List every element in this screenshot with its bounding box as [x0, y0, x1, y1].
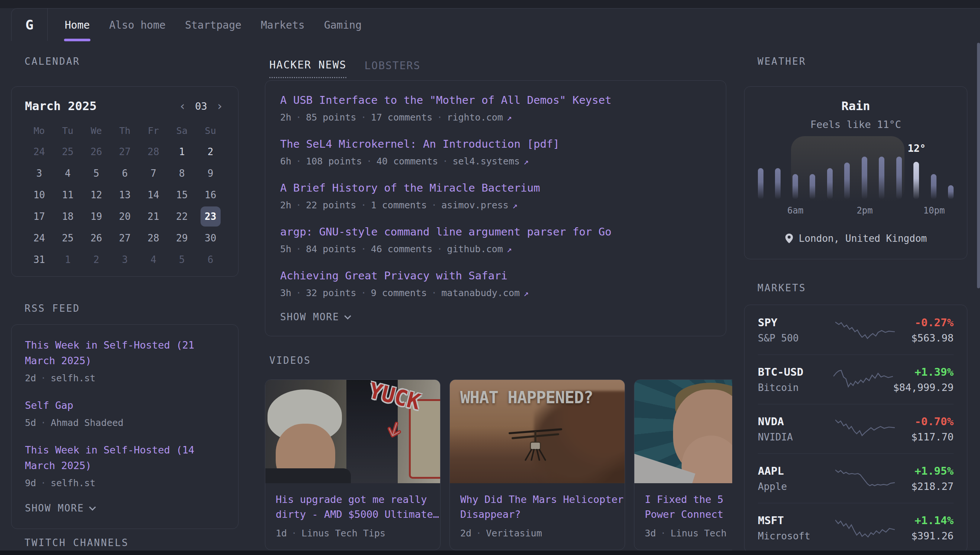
calendar-day[interactable]: 1 — [58, 250, 78, 270]
calendar-day[interactable]: 20 — [115, 207, 135, 226]
calendar-day[interactable]: 6 — [200, 250, 221, 270]
news-tab[interactable]: LOBSTERS — [364, 59, 420, 78]
calendar-prev-icon[interactable]: ‹ — [178, 100, 188, 112]
hand-graphic — [676, 430, 732, 483]
logo[interactable]: G — [11, 8, 48, 41]
calendar-day[interactable]: 2 — [200, 142, 221, 162]
weather-bar — [913, 162, 919, 199]
rss-show-more-button[interactable]: SHOW MORE — [25, 502, 95, 514]
calendar-day[interactable]: 26 — [86, 142, 106, 162]
nav-item[interactable]: Startpage — [185, 8, 241, 41]
calendar-day[interactable]: 13 — [115, 185, 135, 205]
video-title[interactable]: dirty - AMD $5000 Ultimate… — [276, 507, 430, 522]
window-top-edge — [0, 0, 980, 8]
calendar-day[interactable]: 26 — [86, 228, 106, 248]
calendar-day[interactable]: 28 — [143, 142, 163, 162]
news-item-link[interactable]: The SeL4 Microkernel: An Introduction [p… — [280, 136, 711, 152]
calendar-day[interactable]: 21 — [143, 207, 163, 226]
news-item-source-link[interactable]: asimov.press↗ — [441, 200, 517, 210]
market-row[interactable]: SPY S&P 500 -0.27% $563.98 — [758, 305, 954, 354]
news-item-source: matanabudy.com — [441, 287, 520, 298]
news-show-more-button[interactable]: SHOW MORE — [280, 311, 350, 322]
rss-item-link[interactable]: This Week in Self-Hosted (21 March 2025) — [25, 337, 225, 369]
hair-graphic — [675, 383, 732, 416]
video-title[interactable]: Power Connect — [645, 507, 732, 522]
news-item-link[interactable]: A Brief History of the Miracle Bacterium — [280, 180, 711, 196]
calendar-day[interactable]: 4 — [58, 163, 78, 183]
calendar-day[interactable]: 11 — [58, 185, 78, 205]
calendar-grid: 24 25 26 27 28 1 2 — [25, 141, 225, 270]
calendar-day[interactable]: 29 — [172, 228, 192, 248]
calendar-day[interactable]: 14 — [143, 185, 163, 205]
dot-separator: · — [431, 287, 437, 298]
calendar-day[interactable]: 23 — [200, 207, 221, 226]
rss-item-link[interactable]: This Week in Self-Hosted (14 March 2025) — [25, 442, 225, 473]
video-thumbnail[interactable]: WHAT HAPPENED? — [450, 380, 625, 483]
nav-item[interactable]: Also home — [109, 8, 165, 41]
nav-item[interactable]: Gaming — [324, 8, 362, 41]
calendar-day[interactable]: 3 — [115, 250, 135, 270]
scrollbar[interactable] — [977, 43, 980, 288]
calendar-day[interactable]: 25 — [58, 142, 78, 162]
calendar-day[interactable]: 16 — [200, 185, 221, 205]
calendar-day[interactable]: 27 — [115, 142, 135, 162]
video-thumbnail[interactable]: YUCK — [265, 380, 440, 483]
calendar-day[interactable]: 19 — [86, 207, 106, 226]
calendar-day[interactable]: 7 — [143, 163, 163, 183]
calendar-day[interactable]: 17 — [29, 207, 49, 226]
market-change: +1.95% — [895, 464, 954, 478]
news-item-source-link[interactable]: righto.com↗ — [447, 112, 512, 123]
news-item-link[interactable]: A USB Interface to the "Mother of All De… — [280, 92, 711, 108]
news-item-link[interactable]: argp: GNU-style command line argument pa… — [280, 223, 711, 240]
news-item-source-link[interactable]: github.com↗ — [447, 244, 512, 254]
market-row[interactable]: AAPL Apple +1.95% $218.27 — [758, 454, 954, 503]
calendar-day[interactable]: 2 — [86, 250, 106, 270]
market-row[interactable]: BTC-USD Bitcoin +1.39% $84,999.29 — [758, 354, 954, 404]
calendar-day[interactable]: 1 — [172, 142, 192, 162]
calendar-day[interactable]: 24 — [29, 142, 49, 162]
calendar-day[interactable]: 24 — [29, 228, 49, 248]
calendar-next-icon[interactable]: › — [215, 100, 225, 112]
calendar-day[interactable]: 9 — [200, 163, 221, 183]
video-age: 3d — [645, 528, 656, 539]
face-graphic — [276, 424, 335, 483]
nav-item[interactable]: Markets — [261, 8, 305, 41]
market-row[interactable]: MSFT Microsoft +1.14% $391.26 — [758, 503, 954, 552]
calendar-day[interactable]: 25 — [58, 228, 78, 248]
video-card[interactable]: YUCK His upgrade got me really dirty - A… — [265, 379, 441, 550]
calendar-day[interactable]: 30 — [200, 228, 221, 248]
news-item-age: 2h — [280, 112, 291, 123]
calendar-day[interactable]: 10 — [29, 185, 49, 205]
calendar-day[interactable]: 27 — [115, 228, 135, 248]
calendar-weekday: Sa — [168, 123, 196, 138]
video-title[interactable]: Disappear? — [460, 507, 614, 522]
video-card[interactable]: WHAT HAPPENED? Why Did The Mars Helicopt… — [449, 379, 625, 550]
news-item-source-link[interactable]: sel4.systems↗ — [452, 156, 528, 167]
calendar-day[interactable]: 15 — [172, 185, 192, 205]
calendar-day[interactable]: 22 — [172, 207, 192, 226]
calendar-day[interactable]: 5 — [172, 250, 192, 270]
calendar-day[interactable]: 6 — [115, 163, 135, 183]
calendar-day[interactable]: 4 — [143, 250, 163, 270]
news-item-source-link[interactable]: matanabudy.com↗ — [441, 287, 529, 298]
calendar-day[interactable]: 12 — [86, 185, 106, 205]
rss-item-link[interactable]: Self Gap — [25, 398, 225, 413]
calendar-day[interactable]: 18 — [58, 207, 78, 226]
video-title[interactable]: Why Did The Mars Helicopter — [460, 492, 614, 507]
nav-item[interactable]: Home — [65, 8, 90, 41]
video-title[interactable]: I Fixed the 5 — [645, 492, 732, 507]
calendar-day[interactable]: 5 — [86, 163, 106, 183]
calendar-day[interactable]: 3 — [29, 163, 49, 183]
calendar-day[interactable]: 28 — [143, 228, 163, 248]
video-title[interactable]: His upgrade got me really — [276, 492, 430, 507]
calendar-day[interactable]: 31 — [29, 250, 49, 270]
video-card[interactable]: DO TH T I Fixed the 5 Power Connect 3d·L… — [634, 379, 732, 550]
news-tab[interactable]: HACKER NEWS — [269, 59, 346, 78]
news-item-link[interactable]: Achieving Great Privacy with Safari — [280, 268, 711, 284]
calendar-day[interactable]: 8 — [172, 163, 192, 183]
pc-tower-graphic — [346, 380, 398, 483]
news-tab-label: HACKER NEWS — [269, 59, 346, 71]
video-thumbnail[interactable]: DO TH T — [634, 380, 732, 483]
market-price: $563.98 — [895, 332, 954, 345]
market-row[interactable]: NVDA NVIDIA -0.70% $117.70 — [758, 404, 954, 454]
